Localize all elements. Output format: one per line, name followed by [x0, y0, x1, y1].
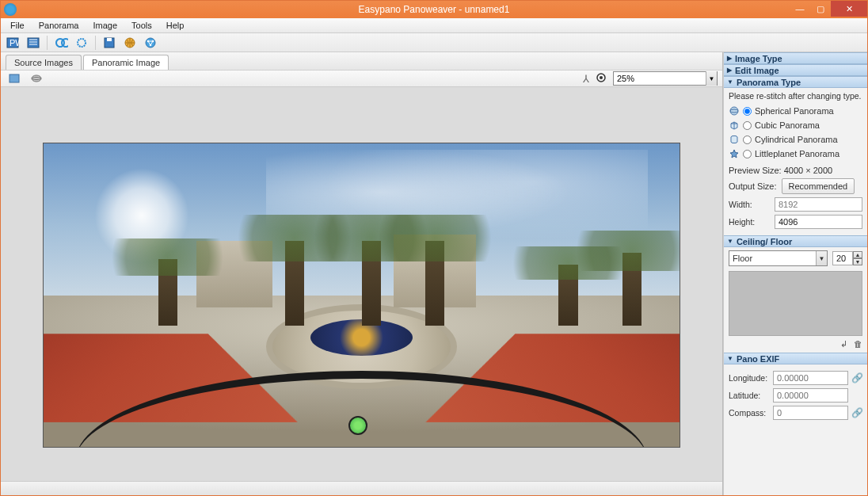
preview-size-text: Preview Size: 4000 × 2000: [729, 166, 862, 175]
output-size-label: Output Size:: [729, 181, 777, 191]
tool-settings-icon[interactable]: [73, 35, 90, 51]
view-flat-icon[interactable]: [6, 71, 23, 86]
svg-text:PW: PW: [10, 38, 20, 48]
tabbar: Source Images Panoramic Image: [1, 52, 722, 70]
svg-point-15: [600, 76, 603, 79]
section-image-type[interactable]: ▶Image Type: [724, 52, 867, 64]
zoom-value: 25%: [617, 74, 634, 83]
titlebar: Easypano Panoweaver - unnamed1 ― ▢ ✕: [1, 1, 867, 18]
separator: [47, 36, 48, 50]
maximize-button[interactable]: ▢: [810, 1, 831, 17]
minimize-button[interactable]: ―: [790, 1, 810, 17]
tool-globe-icon[interactable]: [121, 35, 139, 51]
chevron-down-icon: ▼: [727, 355, 733, 362]
section-ceiling-floor[interactable]: ▼Ceiling/ Floor: [724, 235, 867, 247]
app-icon: [4, 3, 17, 16]
link-icon[interactable]: 🔗: [851, 407, 862, 418]
ceiling-floor-select[interactable]: Floor ▼: [729, 250, 828, 266]
ceiling-floor-spinner[interactable]: 20 ▲▼: [832, 251, 862, 265]
statusbar: [1, 481, 722, 495]
canvas-toolbar: ⅄ 25% ▼: [1, 70, 722, 87]
menu-tools[interactable]: Tools: [125, 19, 158, 32]
menubar: File Panorama Image Tools Help: [1, 18, 867, 33]
spinner-down-icon[interactable]: ▼: [853, 258, 862, 265]
chevron-down-icon: ▼: [727, 78, 733, 86]
compass-label: Compass:: [729, 408, 770, 418]
height-label: Height:: [729, 217, 770, 227]
window-controls: ― ▢ ✕: [790, 1, 867, 18]
spinner-up-icon[interactable]: ▲: [853, 251, 862, 258]
properties-panel: ▶Image Type ▶Edit Image ▼Panorama Type P…: [723, 52, 867, 495]
chevron-down-icon: ▼: [706, 71, 717, 86]
cf-number-input[interactable]: 20: [832, 251, 853, 265]
recommended-button[interactable]: Recommended: [782, 178, 855, 194]
svg-point-16: [730, 107, 738, 115]
workspace: Source Images Panoramic Image ⅄ 25% ▼: [1, 52, 723, 495]
section-edit-image[interactable]: ▶Edit Image: [724, 64, 867, 76]
longitude-input[interactable]: 0.00000: [773, 371, 848, 385]
height-input[interactable]: 4096: [775, 215, 862, 229]
svg-point-3: [78, 39, 86, 47]
option-cylindrical[interactable]: Cylindrical Panorama: [729, 132, 862, 147]
section-panorama-type[interactable]: ▼Panorama Type: [724, 76, 867, 88]
latitude-label: Latitude:: [729, 391, 770, 400]
chevron-right-icon: ▶: [727, 67, 732, 74]
zoom-select[interactable]: 25% ▼: [613, 71, 718, 86]
option-spherical[interactable]: Spherical Panorama: [729, 104, 862, 118]
trash-icon[interactable]: 🗑: [854, 339, 862, 349]
tool-new-icon[interactable]: PW: [4, 35, 21, 51]
panorama-type-body: Please re-stitch after changing type. Sp…: [724, 88, 867, 235]
radio-cubic[interactable]: [743, 121, 752, 130]
restitch-note: Please re-stitch after changing type.: [729, 91, 862, 101]
tool-share-icon[interactable]: [142, 35, 159, 51]
sphere-icon: [729, 105, 740, 116]
main-area: Source Images Panoramic Image ⅄ 25% ▼: [1, 52, 867, 495]
window-title: Easypano Panoweaver - unnamed1: [359, 4, 510, 15]
width-label: Width:: [729, 200, 770, 209]
tool-open-icon[interactable]: [25, 35, 42, 51]
close-button[interactable]: ✕: [831, 1, 867, 17]
radio-cylindrical[interactable]: [743, 135, 752, 144]
target-icon[interactable]: [596, 72, 607, 85]
tool-save-icon[interactable]: [101, 35, 118, 51]
svg-rect-5: [107, 38, 112, 41]
chevron-down-icon: ▼: [727, 238, 733, 245]
tool-stitch-icon[interactable]: [52, 35, 70, 51]
option-cubic[interactable]: Cubic Panorama: [729, 118, 862, 132]
pano-exif-body: Longitude: 0.00000 🔗 Latitude: 0.00000 C…: [724, 364, 867, 426]
cylinder-icon: [729, 134, 740, 145]
menu-help[interactable]: Help: [160, 19, 191, 32]
width-input[interactable]: 8192: [775, 197, 862, 212]
option-littleplanet[interactable]: Littleplanet Panorama: [729, 147, 862, 161]
tab-source-images[interactable]: Source Images: [6, 55, 82, 70]
svg-rect-11: [10, 74, 19, 82]
import-icon[interactable]: ↲: [840, 339, 847, 349]
canvas[interactable]: [1, 87, 722, 481]
chevron-right-icon: ▶: [727, 55, 732, 62]
menu-image[interactable]: Image: [87, 19, 124, 32]
menu-file[interactable]: File: [4, 19, 31, 32]
compass-input[interactable]: 0: [773, 406, 848, 420]
cf-preview: [729, 271, 862, 336]
panorama-preview: [43, 143, 680, 448]
star-icon: [729, 148, 740, 159]
radio-spherical[interactable]: [743, 107, 752, 116]
section-pano-exif[interactable]: ▼Pano EXIF: [724, 353, 867, 364]
tab-panoramic-image[interactable]: Panoramic Image: [83, 55, 169, 70]
radio-littleplanet[interactable]: [743, 150, 752, 158]
latitude-input[interactable]: 0.00000: [773, 388, 848, 403]
link-icon[interactable]: 🔗: [851, 372, 862, 383]
svg-point-12: [32, 75, 41, 82]
tripod-icon[interactable]: ⅄: [583, 73, 589, 85]
cube-icon: [729, 120, 740, 131]
view-sphere-icon[interactable]: [28, 71, 45, 86]
ceiling-floor-body: Floor ▼ 20 ▲▼ ↲ 🗑: [724, 247, 867, 353]
separator: [95, 36, 96, 50]
chevron-down-icon: ▼: [816, 251, 827, 265]
menu-panorama[interactable]: Panorama: [32, 19, 86, 32]
longitude-label: Longitude:: [729, 373, 770, 383]
toolbar: PW: [1, 33, 867, 52]
